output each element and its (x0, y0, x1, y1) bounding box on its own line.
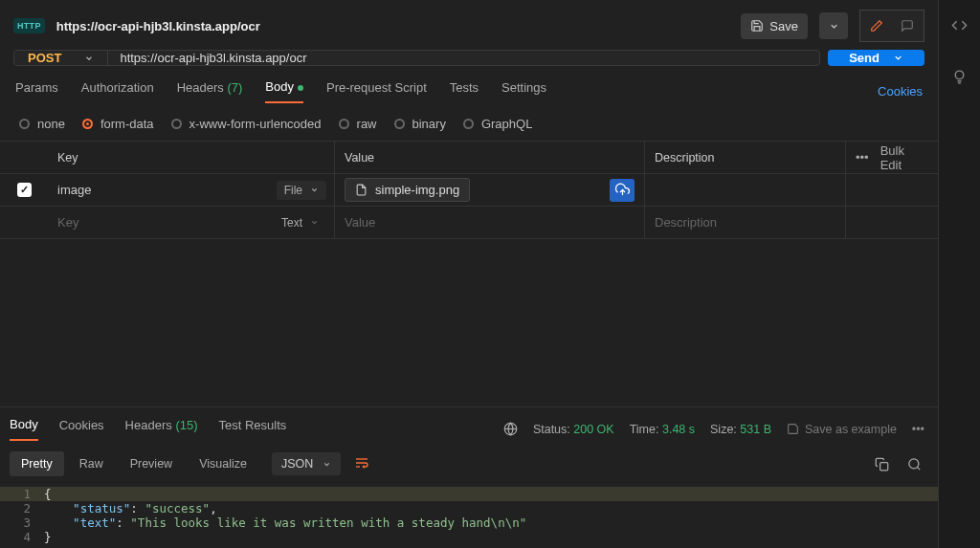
key-type-label: Text (281, 216, 302, 230)
radio-none-label: none (37, 117, 65, 131)
wrap-icon (354, 455, 369, 471)
response-tab-headers-count: (15) (175, 418, 197, 432)
tab-headers-count: (7) (227, 80, 242, 95)
comment-icon (901, 19, 914, 33)
radio-graphql[interactable]: GraphQL (463, 117, 532, 131)
send-button-label: Send (849, 51, 880, 65)
response-tab-cookies[interactable]: Cookies (59, 418, 104, 440)
col-header-value: Value (335, 142, 645, 173)
save-icon (787, 423, 799, 435)
bulk-edit-button[interactable]: Bulk Edit (880, 143, 928, 172)
cookies-link[interactable]: Cookies (878, 84, 923, 99)
radio-graphql-label: GraphQL (481, 117, 532, 131)
comment-button[interactable] (893, 12, 922, 39)
save-as-example-button[interactable]: Save as example (787, 423, 897, 436)
code-panel-button[interactable] (951, 17, 968, 36)
save-button-label: Save (769, 19, 798, 33)
placeholder-description[interactable]: Description (645, 207, 846, 238)
row-key[interactable]: image (57, 183, 91, 197)
language-select[interactable]: JSON (272, 452, 341, 475)
edit-button[interactable] (862, 12, 891, 39)
lightbulb-icon (951, 69, 968, 85)
size-block: Size: 531 B (710, 423, 771, 436)
response-tab-headers[interactable]: Headers (15) (125, 418, 198, 440)
chevron-down-icon (310, 186, 319, 194)
view-raw[interactable]: Raw (68, 451, 115, 476)
copy-icon (875, 457, 889, 471)
language-label: JSON (281, 457, 313, 471)
save-icon (750, 19, 764, 33)
response-tab-headers-label: Headers (125, 418, 172, 432)
radio-xwww-label: x-www-form-urlencoded (189, 117, 322, 131)
svg-point-7 (955, 71, 964, 79)
svg-rect-4 (880, 462, 887, 470)
radio-raw[interactable]: raw (339, 117, 377, 131)
tab-headers-label: Headers (177, 80, 224, 95)
code-line-3: "text": "This looks like it was written … (44, 515, 526, 530)
table-row: ✓ image File simple-img.png (0, 174, 938, 207)
radio-none[interactable]: none (19, 117, 65, 131)
http-badge: HTTP (13, 18, 45, 33)
response-tab-test-results[interactable]: Test Results (219, 418, 287, 440)
svg-line-6 (917, 467, 920, 470)
code-line-2: "status": "success", (44, 501, 217, 515)
info-panel-button[interactable] (951, 69, 968, 88)
http-method-select[interactable]: POST (14, 51, 108, 65)
file-attachment[interactable]: simple-img.png (345, 178, 470, 202)
tab-headers[interactable]: Headers (7) (177, 80, 243, 102)
radio-binary[interactable]: binary (394, 117, 446, 131)
size-value: 531 B (740, 423, 771, 436)
save-button[interactable]: Save (741, 13, 808, 39)
radio-xwww[interactable]: x-www-form-urlencoded (171, 117, 322, 131)
status-value: 200 OK (573, 423, 613, 436)
chevron-down-icon (893, 53, 903, 63)
col-header-key: Key (48, 142, 335, 173)
response-more-button[interactable]: ••• (912, 423, 924, 436)
body-modified-indicator (298, 85, 303, 91)
tab-params[interactable]: Params (15, 80, 58, 102)
cloud-upload-icon (615, 183, 630, 197)
radio-form-data[interactable]: form-data (82, 117, 154, 131)
request-tab-title: https://ocr-api-hjb3l.kinsta.app/ocr (56, 19, 730, 33)
search-response-button[interactable] (900, 450, 928, 477)
chevron-down-icon (323, 460, 331, 469)
tab-settings[interactable]: Settings (501, 80, 546, 102)
radio-binary-label: binary (412, 117, 446, 131)
code-line-1: { (44, 487, 52, 501)
wrap-button[interactable] (354, 455, 369, 473)
save-caret[interactable] (819, 12, 848, 39)
key-type-select[interactable]: Text (274, 213, 326, 232)
tab-prerequest[interactable]: Pre-request Script (326, 80, 427, 102)
send-button[interactable]: Send (828, 50, 924, 66)
view-visualize[interactable]: Visualize (188, 451, 258, 476)
key-type-select[interactable]: File (277, 181, 326, 200)
chevron-down-icon (84, 54, 94, 63)
tab-authorization[interactable]: Authorization (81, 80, 154, 102)
globe-icon[interactable] (503, 422, 518, 436)
time-block: Time: 3.48 s (630, 423, 695, 436)
placeholder-value[interactable]: Value (335, 207, 645, 238)
svg-point-5 (908, 458, 918, 468)
col-header-description: Description (645, 142, 846, 173)
chevron-down-icon (829, 21, 839, 32)
search-icon (907, 457, 922, 471)
radio-raw-label: raw (357, 117, 377, 131)
url-input[interactable] (108, 51, 819, 65)
view-preview[interactable]: Preview (119, 451, 184, 476)
tab-body[interactable]: Body (265, 79, 303, 103)
chevron-down-icon (310, 218, 319, 227)
form-data-table: Key Value Description ••• Bulk Edit ✓ im… (0, 141, 938, 239)
more-button[interactable]: ••• (856, 150, 869, 164)
table-row-empty: Key Text Value Description (0, 207, 938, 239)
file-upload-button[interactable] (610, 179, 635, 202)
view-pretty[interactable]: Pretty (10, 451, 64, 476)
response-tab-body[interactable]: Body (10, 417, 38, 441)
tab-tests[interactable]: Tests (450, 80, 479, 102)
copy-response-button[interactable] (867, 450, 896, 477)
row-description[interactable] (645, 174, 846, 206)
row-checkbox[interactable]: ✓ (17, 183, 32, 197)
file-name: simple-img.png (375, 183, 459, 197)
time-value: 3.48 s (662, 423, 695, 436)
radio-form-data-label: form-data (100, 117, 154, 131)
placeholder-key[interactable]: Key (57, 215, 78, 230)
